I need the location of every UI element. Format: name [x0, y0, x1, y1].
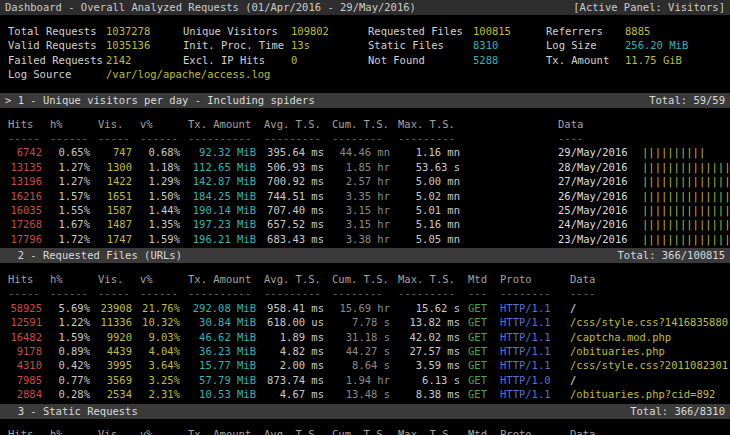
cell-tx: 184.25 MiB [188, 189, 256, 203]
cell-spacer [468, 189, 550, 203]
cell-bars: ||||||||||||||||||||||| [642, 189, 730, 203]
cell-vpct: 3.64% [140, 358, 180, 372]
cell-data: / [570, 373, 730, 387]
cell-mtd: GET [468, 358, 492, 372]
cell-data: 28/May/2016 [558, 160, 634, 174]
cell-hpct: 1.55% [50, 203, 90, 217]
cell-vis: 1487 [98, 217, 132, 231]
table-row[interactable]: 172681.67%14871.35%197.23 MiB657.52 ms3.… [0, 217, 730, 231]
panel-header-requested-files[interactable]: 2 - Requested Files (URLs) Total: 366/10… [0, 248, 730, 263]
table-row[interactable]: 131351.27%13001.18%112.65 MiB506.93 ms1.… [0, 160, 730, 174]
cell-data: 23/May/2016 [558, 232, 634, 246]
table-row[interactable]: 162161.57%16511.50%184.25 MiB744.51 ms3.… [0, 189, 730, 203]
cell-hpct: 1.57% [50, 189, 90, 203]
summary-value: 256.20 MiB [625, 38, 730, 52]
cell-max: 42.02 ms [398, 330, 460, 344]
separator-spacer [468, 131, 550, 145]
cell-data: /css/style.css?2011082301 [570, 358, 730, 372]
cell-avg: 700.92 ms [264, 174, 324, 188]
cell-hpct: 0.28% [50, 387, 90, 401]
column-header-hpct: h% [50, 427, 90, 435]
cell-cum: 31.18 s [332, 330, 390, 344]
cell-vpct: 2.31% [140, 387, 180, 401]
table-row[interactable]: 131961.27%14221.29%142.87 MiB700.92 ms2.… [0, 174, 730, 188]
cell-cum: 15.69 hr [332, 301, 390, 315]
column-header-hits: Hits [8, 272, 42, 286]
cell-cum: 44.27 s [332, 344, 390, 358]
separator-avg: --------- [264, 286, 324, 300]
cell-tx: 57.79 MiB [188, 373, 256, 387]
separator-tx: ---------- [188, 286, 256, 300]
panel-total: Total: 59/59 [649, 93, 725, 108]
cell-hpct: 0.77% [50, 373, 90, 387]
cell-mtd: GET [468, 330, 492, 344]
summary-value: 2142 [106, 53, 183, 67]
cell-hpct: 1.27% [50, 174, 90, 188]
cell-tx: 190.14 MiB [188, 203, 256, 217]
cell-vpct: 1.50% [140, 189, 180, 203]
cell-hits: 16216 [8, 189, 42, 203]
cell-vis: 9920 [98, 330, 132, 344]
cell-avg: 958.41 ms [264, 301, 324, 315]
summary-label: Not Found [368, 53, 473, 67]
cell-max: 53.63 s [398, 160, 460, 174]
table-row[interactable]: 125911.22%1133610.32%30.84 MiB618.00 us7… [0, 315, 730, 329]
panel-static-requests: 3 - Static Requests Total: 366/8310 Hits… [0, 404, 730, 435]
separator-vis: ----- [98, 131, 132, 145]
cell-data: 24/May/2016 [558, 217, 634, 231]
cell-tx: 142.87 MiB [188, 174, 256, 188]
summary-label: Static Files [368, 38, 473, 52]
cell-max: 5.05 mn [398, 232, 460, 246]
summary-value: 0 [291, 53, 368, 67]
cell-proto: HTTP/1.1 [500, 315, 562, 329]
cell-spacer [468, 145, 550, 159]
panel-total: Total: 366/100815 [618, 248, 725, 263]
table-row[interactable]: 164821.59%99209.03%46.62 MiB1.89 ms31.18… [0, 330, 730, 344]
cell-hits: 6742 [8, 145, 42, 159]
summary-label: Init. Proc. Time [183, 38, 291, 52]
separator-hits: ----- [8, 286, 42, 300]
column-header-vis: Vis. [98, 117, 132, 131]
panel-title: 3 - Static Requests [5, 404, 138, 419]
summary-label: Tx. Amount [546, 53, 625, 67]
table-row[interactable]: 43100.42%39953.64%15.77 MiB2.00 ms8.64 s… [0, 358, 730, 372]
panel-header-static-requests[interactable]: 3 - Static Requests Total: 366/8310 [0, 404, 730, 419]
cell-avg: 506.93 ms [264, 160, 324, 174]
cell-vis: 747 [98, 145, 132, 159]
cell-vis: 1300 [98, 160, 132, 174]
table-row[interactable]: 79850.77%35693.25%57.79 MiB873.74 ms1.94… [0, 373, 730, 387]
summary-value: 5288 [473, 53, 546, 67]
column-header-max: Max. T.S. [398, 272, 460, 286]
cell-bars: |||||||||| [642, 145, 730, 159]
cell-hpct: 1.59% [50, 330, 90, 344]
cell-hits: 9178 [8, 344, 42, 358]
cell-hits: 17268 [8, 217, 42, 231]
cell-avg: 395.64 ms [264, 145, 324, 159]
table-header-row: Hitsh%Vis.v%Tx. AmountAvg. T.S.Cum. T.S.… [0, 117, 730, 131]
cell-hits: 17796 [8, 232, 42, 246]
column-header-data: Data [558, 117, 634, 131]
cell-tx: 292.08 MiB [188, 301, 256, 315]
cell-bars: ||||||||||||||||||| [642, 174, 730, 188]
table-row[interactable]: 177961.72%17471.59%196.21 MiB683.43 ms3.… [0, 232, 730, 246]
cell-max: 5.16 mn [398, 217, 460, 231]
table-row[interactable]: 28840.28%25342.31%10.53 MiB4.67 ms13.48 … [0, 387, 730, 401]
cell-vis: 4439 [98, 344, 132, 358]
separator-vpct: ------ [140, 286, 180, 300]
panel-header-unique-visitors[interactable]: > 1 - Unique visitors per day - Includin… [0, 93, 730, 108]
cell-vis: 23908 [98, 301, 132, 315]
cell-hits: 4310 [8, 358, 42, 372]
cell-tx: 196.21 MiB [188, 232, 256, 246]
table-row[interactable]: 67420.65%7470.68%92.32 MiB395.64 ms44.46… [0, 145, 730, 159]
table-row[interactable]: 91780.89%44394.04%36.23 MiB4.82 ms44.27 … [0, 344, 730, 358]
table-row[interactable]: 160351.55%15871.44%190.14 MiB707.40 ms3.… [0, 203, 730, 217]
titlebar-text: Dashboard - Overall Analyzed Requests (0… [5, 0, 416, 15]
cell-vpct: 1.18% [140, 160, 180, 174]
cell-tx: 10.53 MiB [188, 387, 256, 401]
column-header-vis: Vis. [98, 272, 132, 286]
table-row[interactable]: 589255.69%2390821.76%292.08 MiB958.41 ms… [0, 301, 730, 315]
cell-hits: 58925 [8, 301, 42, 315]
summary-label: Referrers [546, 24, 625, 38]
cell-cum: 2.57 hr [332, 174, 390, 188]
cell-data: 26/May/2016 [558, 189, 634, 203]
